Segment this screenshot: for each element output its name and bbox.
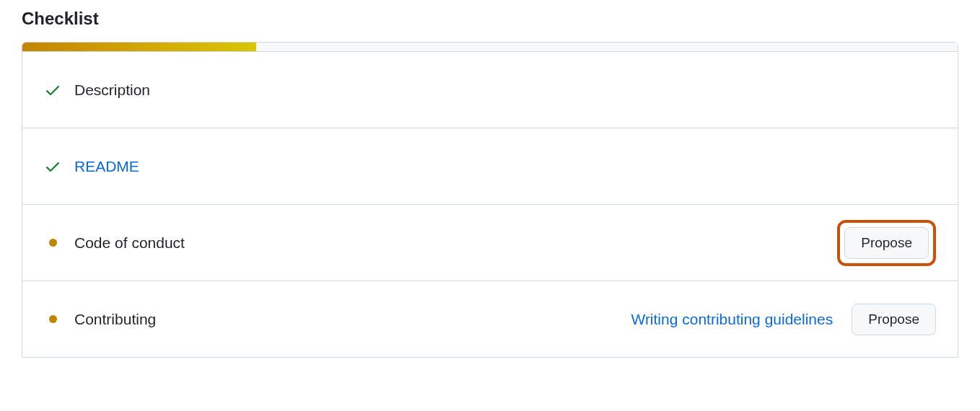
- checklist-list: Description README Code of conduct Propo…: [22, 52, 958, 358]
- list-item: Description: [22, 52, 958, 128]
- item-label-description: Description: [74, 81, 936, 99]
- highlight-outline: Propose: [837, 220, 936, 266]
- propose-button[interactable]: Propose: [844, 227, 929, 259]
- list-item: Code of conduct Propose: [22, 205, 958, 281]
- item-link-readme[interactable]: README: [74, 158, 936, 175]
- list-item: Contributing Writing contributing guidel…: [22, 281, 958, 358]
- check-icon: [44, 158, 61, 175]
- item-label-contributing: Contributing: [74, 311, 618, 328]
- check-icon: [44, 81, 61, 99]
- progress-bar-container: [22, 42, 958, 52]
- pending-dot-icon: [44, 315, 61, 323]
- list-item: README: [22, 128, 958, 205]
- pending-dot-icon: [44, 239, 61, 247]
- item-label-code-of-conduct: Code of conduct: [74, 234, 824, 252]
- progress-bar-fill: [22, 43, 256, 51]
- help-link-contributing[interactable]: Writing contributing guidelines: [631, 311, 833, 328]
- propose-button[interactable]: Propose: [852, 304, 936, 335]
- checklist-heading: Checklist: [22, 0, 958, 42]
